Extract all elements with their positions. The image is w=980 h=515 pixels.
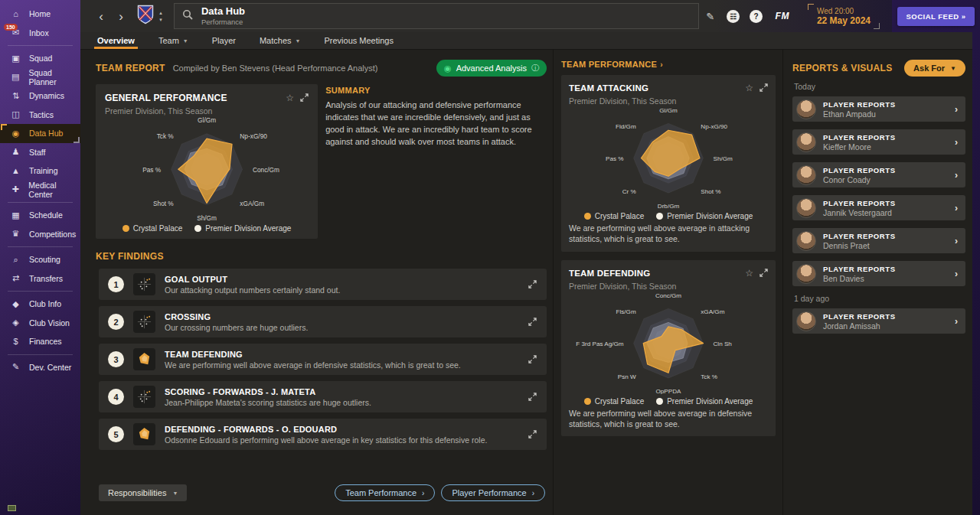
team-defending-card[interactable]: TEAM DEFENDING ☆ Premier Division, This …	[561, 260, 776, 437]
report-text: PLAYER REPORTSConor Coady	[823, 166, 896, 184]
social-feed-button[interactable]: SOCIAL FEED »	[897, 7, 974, 26]
sidebar-item-label: Schedule	[29, 210, 63, 220]
responsibilities-button[interactable]: Responsibilities▼	[99, 484, 187, 501]
svg-text:Conc/Gm: Conc/Gm	[655, 292, 681, 299]
sidebar-item-label: Dynamics	[29, 91, 64, 100]
key-finding-crossing[interactable]: 2CROSSINGOur crossing numbers are huge o…	[99, 306, 547, 337]
favorite-star-icon[interactable]: ☆	[745, 269, 753, 278]
sidebar-item-data-hub[interactable]: ◉Data Hub	[0, 124, 80, 143]
player-performance-button[interactable]: Player Performance›	[441, 484, 545, 501]
sidebar-item-club-info[interactable]: ◆Club Info	[0, 295, 80, 314]
chevron-down-icon: ▼	[183, 38, 188, 44]
ask-for-button[interactable]: Ask For▼	[904, 60, 965, 77]
advanced-analysis-button[interactable]: ◉ Advanced Analysis ⓘ	[436, 60, 547, 77]
globe-icon[interactable]: ☷	[722, 10, 745, 23]
team-performance-link[interactable]: TEAM PERFORMANCE ›	[561, 60, 776, 69]
layout-toggle-icon[interactable]	[8, 505, 16, 511]
finding-number: 2	[108, 314, 124, 330]
svg-text:Np-xG/90: Np-xG/90	[701, 123, 727, 130]
club-switcher-carets[interactable]: ▲▼	[158, 11, 163, 22]
sidebar-item-club-vision[interactable]: ◈Club Vision	[0, 314, 80, 333]
inbox-count-badge: 150	[4, 24, 18, 31]
edit-pencil-icon[interactable]: ✎	[699, 11, 722, 22]
svg-text:Drb/Gm: Drb/Gm	[658, 203, 680, 210]
search-bar[interactable]: Data Hub Performance	[174, 3, 699, 29]
club-info-icon: ◆	[9, 299, 22, 309]
sidebar-item-inbox[interactable]: ✉150Inbox	[0, 24, 80, 43]
team-performance-button[interactable]: Team Performance›	[335, 484, 435, 501]
report-text: PLAYER REPORTSKieffer Moore	[823, 133, 896, 152]
main-panel: OverviewTeam▼PlayerMatches▼Previous Meet…	[80, 32, 972, 515]
key-finding-defending-forwards-o-edouard[interactable]: 5DEFENDING - FORWARDS - O. EDOUARDOdsonn…	[99, 419, 547, 450]
player-report-conor-coady[interactable]: PLAYER REPORTSConor Coady›	[792, 162, 965, 187]
expand-icon[interactable]	[528, 353, 537, 367]
expand-icon[interactable]	[300, 91, 309, 105]
club-crest-icon[interactable]	[137, 5, 154, 28]
expand-icon[interactable]	[528, 315, 537, 329]
tab-previous-meetings[interactable]: Previous Meetings	[322, 32, 395, 49]
sidebar-item-squad[interactable]: ▣Squad	[0, 49, 80, 68]
sidebar-item-squad-planner[interactable]: ▤Squad Planner	[0, 68, 80, 87]
general-performance-card[interactable]: GENERAL PERFORMANCE ☆ Premier Division, …	[96, 84, 318, 239]
forward-arrow-icon[interactable]: ›	[111, 10, 131, 23]
tab-player[interactable]: Player	[211, 32, 237, 49]
team-report-column: TEAM REPORT Compiled by Ben Stevens (Hea…	[80, 50, 554, 515]
sidebar: ⌂Home✉150Inbox▣Squad▤Squad Planner⇅Dynam…	[0, 0, 80, 515]
team-attacking-card[interactable]: TEAM ATTACKING ☆ Premier Division, This …	[561, 75, 776, 252]
sidebar-item-staff[interactable]: ♟Staff	[0, 143, 80, 162]
player-report-ethan-ampadu[interactable]: PLAYER REPORTSEthan Ampadu›	[792, 96, 965, 122]
player-name: Kieffer Moore	[823, 142, 896, 152]
sidebar-divider	[8, 354, 73, 355]
sidebar-item-scouting[interactable]: ⌕Scouting	[0, 250, 80, 269]
player-report-kieffer-moore[interactable]: PLAYER REPORTSKieffer Moore›	[792, 129, 965, 155]
inbox-icon: ✉150	[9, 28, 22, 37]
finding-title: CROSSING	[165, 312, 308, 321]
sidebar-item-competitions[interactable]: ♛Competitions	[0, 225, 80, 244]
expand-icon[interactable]	[760, 81, 768, 95]
finding-text: CROSSINGOur crossing numbers are huge ou…	[165, 312, 308, 332]
report-type-label: PLAYER REPORTS	[823, 312, 896, 321]
favorite-star-icon[interactable]: ☆	[286, 93, 294, 103]
sidebar-item-label: Home	[29, 9, 51, 18]
player-avatar	[796, 264, 816, 284]
tab-team[interactable]: Team▼	[157, 32, 190, 49]
expand-icon[interactable]	[528, 278, 537, 292]
finding-description: We are performing well above average in …	[165, 360, 461, 370]
player-report-dennis-praet[interactable]: PLAYER REPORTSDennis Praet›	[792, 228, 965, 253]
compiled-by-text: Compiled by Ben Stevens (Head Performanc…	[173, 64, 378, 73]
squad-planner-icon: ▤	[9, 72, 22, 82]
key-finding-goal-output[interactable]: 1GOAL OUTPUTOur attacking output numbers…	[99, 269, 547, 300]
sidebar-item-medical-center[interactable]: ✚Medical Center	[0, 181, 80, 200]
favorite-star-icon[interactable]: ☆	[745, 83, 753, 93]
sidebar-item-label: Club Info	[29, 299, 61, 308]
sidebar-item-dynamics[interactable]: ⇅Dynamics	[0, 86, 80, 106]
tab-matches[interactable]: Matches▼	[258, 32, 302, 49]
player-name: Jannik Vestergaard	[823, 208, 896, 217]
scatter-chart-icon	[133, 311, 155, 333]
left-footer: Responsibilities▼ Team Performance› Play…	[96, 478, 547, 507]
player-report-jordan-amissah[interactable]: PLAYER REPORTSJordan Amissah›	[792, 308, 965, 334]
back-arrow-icon[interactable]: ‹	[91, 10, 111, 23]
sidebar-item-tactics[interactable]: ◫Tactics	[0, 106, 80, 125]
player-avatar	[796, 198, 816, 218]
sidebar-item-finances[interactable]: $Finances	[0, 332, 80, 351]
sidebar-item-transfers[interactable]: ⇄Transfers	[0, 269, 80, 288]
sidebar-item-home[interactable]: ⌂Home	[0, 5, 80, 24]
key-finding-team-defending[interactable]: 3TEAM DEFENDINGWe are performing well ab…	[99, 344, 547, 375]
game-date[interactable]: Wed 20:00 22 May 2024	[808, 4, 880, 29]
expand-icon[interactable]	[528, 428, 537, 442]
help-icon[interactable]: ?	[745, 10, 768, 23]
report-type-label: PLAYER REPORTS	[823, 199, 896, 207]
key-finding-scoring-forwards-j-mateta[interactable]: 4SCORING - FORWARDS - J. MATETAJean-Phil…	[99, 381, 547, 412]
svg-text:Sh/Gm: Sh/Gm	[197, 214, 217, 222]
sidebar-item-dev-center[interactable]: ✎Dev. Center	[0, 358, 80, 377]
expand-icon[interactable]	[760, 266, 768, 280]
svg-text:xGA/Gm: xGA/Gm	[240, 200, 264, 207]
player-report-jannik-vestergaard[interactable]: PLAYER REPORTSJannik Vestergaard›	[792, 195, 965, 220]
sidebar-item-schedule[interactable]: ▦Schedule	[0, 206, 80, 225]
fm-window: ⌂Home✉150Inbox▣Squad▤Squad Planner⇅Dynam…	[0, 0, 980, 515]
expand-icon[interactable]	[528, 390, 537, 404]
player-report-ben-davies[interactable]: PLAYER REPORTSBen Davies›	[792, 261, 965, 286]
sidebar-item-training[interactable]: ▲Training	[0, 161, 80, 181]
tab-overview[interactable]: Overview	[96, 32, 136, 49]
